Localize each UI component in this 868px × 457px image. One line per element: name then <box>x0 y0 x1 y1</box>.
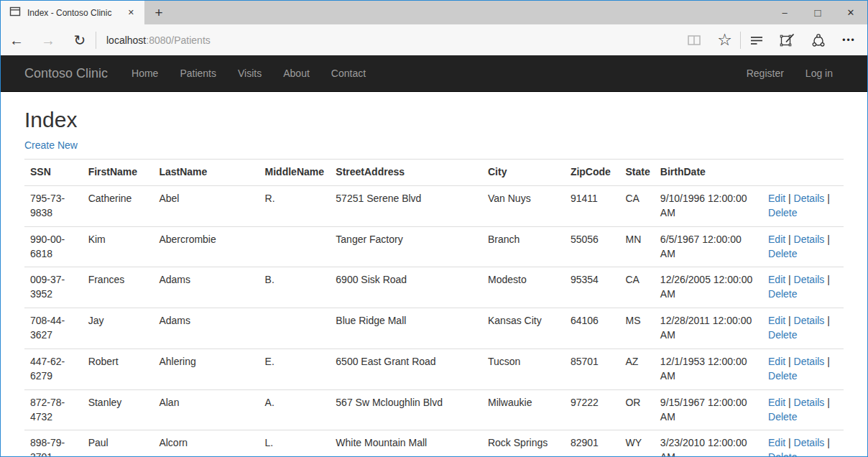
cell-last: Alan <box>153 389 259 430</box>
edit-link[interactable]: Edit <box>768 274 785 285</box>
nav-item-about[interactable]: About <box>272 55 320 91</box>
cell-birth: 3/23/2010 12:00:00 AM <box>655 430 762 456</box>
table-row: 009-37-3952FrancesAdamsB.6900 Sisk RoadM… <box>24 267 844 308</box>
cell-city: Modesto <box>482 267 565 308</box>
tab-title: Index - Contoso Clinic <box>27 8 117 18</box>
cell-street: 6900 Sisk Road <box>330 267 482 308</box>
minimize-button[interactable]: – <box>768 1 801 24</box>
cell-middle: B. <box>259 267 331 308</box>
navbar-menu: Home Patients Visits About Contact <box>121 55 377 91</box>
table-header-row: SSN FirstName LastName MiddleName Street… <box>24 160 844 186</box>
cell-actions: Edit | Details | Delete <box>762 226 844 267</box>
edit-link[interactable]: Edit <box>768 315 785 326</box>
nav-item-visits[interactable]: Visits <box>227 55 272 91</box>
details-link[interactable]: Details <box>794 193 825 204</box>
page-favicon-icon <box>9 6 21 19</box>
header-state: State <box>619 160 654 186</box>
web-note-icon[interactable] <box>772 32 803 49</box>
cell-zip: 82901 <box>565 430 620 456</box>
table-row: 872-78-4732StanleyAlanA.567 Sw Mcloughli… <box>24 389 844 430</box>
delete-link[interactable]: Delete <box>768 370 797 382</box>
cell-actions: Edit | Details | Delete <box>762 185 844 226</box>
edit-link[interactable]: Edit <box>768 437 785 448</box>
cell-street: 57251 Serene Blvd <box>330 185 482 226</box>
cell-ssn: 447-62-6279 <box>24 348 83 389</box>
site-navbar: Contoso Clinic Home Patients Visits Abou… <box>1 55 867 92</box>
create-new-link[interactable]: Create New <box>24 139 78 151</box>
header-zipcode: ZipCode <box>565 160 620 186</box>
nav-item-contact[interactable]: Contact <box>320 55 377 91</box>
delete-link[interactable]: Delete <box>768 411 797 423</box>
delete-link[interactable]: Delete <box>768 329 797 341</box>
navbar-brand[interactable]: Contoso Clinic <box>24 66 121 81</box>
cell-birth: 6/5/1967 12:00:00 AM <box>655 226 762 267</box>
cell-last: Adams <box>153 308 259 349</box>
action-separator: | <box>785 193 793 204</box>
toolbar-icons: ☆ <box>678 32 867 49</box>
browser-tab[interactable]: Index - Contoso Clinic ✕ <box>1 1 144 24</box>
cell-state: CA <box>619 267 654 308</box>
cell-city: Van Nuys <box>482 185 565 226</box>
delete-link[interactable]: Delete <box>768 288 797 300</box>
close-button[interactable]: ✕ <box>834 1 867 24</box>
cell-first: Frances <box>83 267 154 308</box>
delete-link[interactable]: Delete <box>768 207 797 218</box>
maximize-button[interactable]: □ <box>801 1 834 24</box>
cell-city: Kansas City <box>482 308 565 349</box>
cell-state: CA <box>619 185 654 226</box>
details-link[interactable]: Details <box>794 397 825 408</box>
favorites-star-icon[interactable]: ☆ <box>709 32 740 48</box>
forward-icon: → <box>32 33 64 47</box>
edit-link[interactable]: Edit <box>768 193 785 204</box>
table-row: 447-62-6279RobertAhleringE.6500 East Gra… <box>24 348 844 389</box>
cell-city: Branch <box>482 226 565 267</box>
action-separator: | <box>785 397 793 408</box>
action-separator: | <box>824 274 830 285</box>
header-actions <box>762 160 844 186</box>
cell-ssn: 795-73-9838 <box>24 185 83 226</box>
cell-street: 6500 East Grant Road <box>330 348 482 389</box>
details-link[interactable]: Details <box>794 356 825 367</box>
nav-item-login[interactable]: Log in <box>795 55 844 91</box>
nav-item-patients[interactable]: Patients <box>169 55 227 91</box>
action-separator: | <box>824 234 830 245</box>
url-path: :8080/Patients <box>146 34 211 46</box>
share-icon[interactable] <box>803 32 834 49</box>
table-row: 795-73-9838CatherineAbelR.57251 Serene B… <box>24 185 844 226</box>
nav-item-register[interactable]: Register <box>736 55 795 91</box>
window-controls: – □ ✕ <box>768 1 867 24</box>
header-birthdate: BirthDate <box>655 160 762 186</box>
cell-last: Abercrombie <box>153 226 259 267</box>
new-tab-button[interactable]: + <box>144 1 173 24</box>
url-host: localhost <box>106 34 146 46</box>
details-link[interactable]: Details <box>794 315 825 326</box>
browser-toolbar: ← → ↻ localhost:8080/Patients ☆ <box>1 24 867 55</box>
details-link[interactable]: Details <box>794 274 825 285</box>
more-actions-icon[interactable]: ••• <box>834 36 864 45</box>
header-city: City <box>482 160 565 186</box>
delete-link[interactable]: Delete <box>768 248 797 259</box>
address-bar[interactable]: localhost:8080/Patients <box>96 34 678 46</box>
tab-close-icon[interactable]: ✕ <box>124 6 139 19</box>
action-separator: | <box>824 356 830 367</box>
cell-first: Kim <box>83 226 154 267</box>
header-firstname: FirstName <box>83 160 154 186</box>
edit-link[interactable]: Edit <box>768 234 785 245</box>
action-separator: | <box>824 193 830 204</box>
cell-last: Abel <box>153 185 259 226</box>
page-title: Index <box>24 108 844 131</box>
action-separator: | <box>785 437 793 448</box>
details-link[interactable]: Details <box>794 437 825 448</box>
cell-birth: 12/28/2011 12:00:00 AM <box>655 308 762 349</box>
nav-item-home[interactable]: Home <box>121 55 169 91</box>
hub-icon[interactable] <box>741 32 772 49</box>
cell-street: 567 Sw Mcloughlin Blvd <box>330 389 482 430</box>
cell-first: Stanley <box>83 389 154 430</box>
back-icon[interactable]: ← <box>1 33 32 47</box>
delete-link[interactable]: Delete <box>768 451 797 456</box>
edit-link[interactable]: Edit <box>768 356 785 367</box>
refresh-icon[interactable]: ↻ <box>64 33 96 47</box>
edit-link[interactable]: Edit <box>768 397 785 408</box>
details-link[interactable]: Details <box>794 234 825 245</box>
page-content: Index Create New SSN FirstName LastName … <box>1 92 867 456</box>
